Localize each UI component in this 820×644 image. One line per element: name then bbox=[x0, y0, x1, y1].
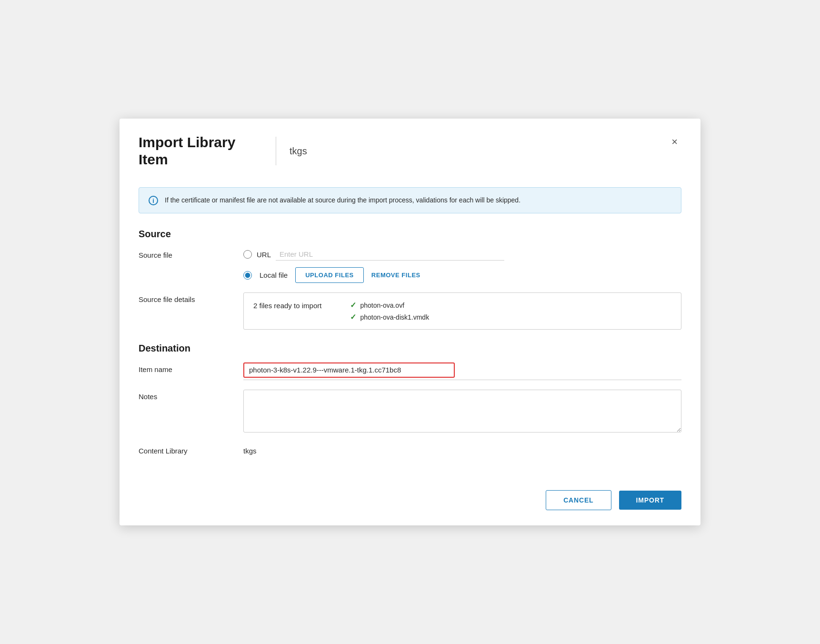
file-item-2: ✓ photon-ova-disk1.vmdk bbox=[350, 312, 429, 322]
url-input[interactable] bbox=[276, 248, 504, 261]
item-name-input[interactable] bbox=[249, 366, 449, 374]
content-library-label: Content Library bbox=[139, 444, 243, 455]
file-list: ✓ photon-ova.ovf ✓ photon-ova-disk1.vmdk bbox=[350, 301, 429, 322]
source-file-details-row: Source file details 2 files ready to imp… bbox=[139, 292, 681, 330]
item-name-label: Item name bbox=[139, 362, 243, 373]
close-button[interactable]: × bbox=[668, 134, 681, 150]
url-radio-row: URL bbox=[243, 248, 681, 261]
cancel-button[interactable]: CANCEL bbox=[546, 490, 611, 510]
local-file-radio[interactable] bbox=[243, 271, 252, 280]
dialog-subtitle: tkgs bbox=[290, 146, 307, 157]
file-item-1: ✓ photon-ova.ovf bbox=[350, 301, 429, 310]
source-file-details-control: 2 files ready to import ✓ photon-ova.ovf… bbox=[243, 292, 681, 330]
info-banner: i If the certificate or manifest file ar… bbox=[139, 187, 681, 213]
source-file-label: Source file bbox=[139, 248, 243, 259]
import-library-dialog: Import Library Item tkgs × i If the cert… bbox=[120, 119, 700, 525]
dialog-body: i If the certificate or manifest file ar… bbox=[120, 178, 700, 479]
files-ready-text: 2 files ready to import bbox=[253, 301, 321, 310]
destination-section-title: Destination bbox=[139, 343, 681, 354]
content-library-value: tkgs bbox=[243, 444, 681, 455]
remove-files-button[interactable]: REMOVE FILES bbox=[371, 268, 420, 282]
notes-textarea[interactable] bbox=[243, 390, 681, 433]
upload-files-button[interactable]: UPLOAD FILES bbox=[295, 267, 364, 283]
source-section-title: Source bbox=[139, 229, 681, 240]
content-library-control: tkgs bbox=[243, 444, 681, 455]
url-radio[interactable] bbox=[243, 250, 252, 259]
dialog-title: Import Library Item bbox=[139, 134, 262, 168]
source-file-row: Source file URL Local file UPLOAD FILES … bbox=[139, 248, 681, 283]
source-file-control: URL Local file UPLOAD FILES REMOVE FILES bbox=[243, 248, 681, 283]
content-library-row: Content Library tkgs bbox=[139, 444, 681, 455]
import-button[interactable]: IMPORT bbox=[619, 491, 681, 510]
check-icon-1: ✓ bbox=[350, 301, 356, 310]
dialog-footer: CANCEL IMPORT bbox=[120, 479, 700, 525]
url-radio-label: URL bbox=[257, 251, 271, 259]
destination-section: Destination Item name Notes bbox=[139, 343, 681, 455]
local-file-radio-label: Local file bbox=[260, 271, 288, 279]
local-file-row: Local file UPLOAD FILES REMOVE FILES bbox=[243, 267, 681, 283]
dialog-header: Import Library Item tkgs × bbox=[120, 119, 700, 178]
check-icon-2: ✓ bbox=[350, 312, 356, 322]
item-name-control bbox=[243, 362, 681, 380]
file-name-2: photon-ova-disk1.vmdk bbox=[360, 313, 429, 321]
source-file-details-label: Source file details bbox=[139, 292, 243, 303]
header-divider bbox=[276, 137, 276, 165]
notes-label: Notes bbox=[139, 390, 243, 401]
info-banner-text: If the certificate or manifest file are … bbox=[165, 195, 520, 205]
info-icon: i bbox=[149, 196, 158, 205]
source-details-box: 2 files ready to import ✓ photon-ova.ovf… bbox=[243, 292, 681, 330]
item-name-row: Item name bbox=[139, 362, 681, 380]
notes-control bbox=[243, 390, 681, 434]
item-name-field-wrapper bbox=[243, 362, 681, 380]
notes-row: Notes bbox=[139, 390, 681, 434]
file-name-1: photon-ova.ovf bbox=[360, 302, 404, 309]
item-name-highlight-box bbox=[243, 362, 455, 378]
